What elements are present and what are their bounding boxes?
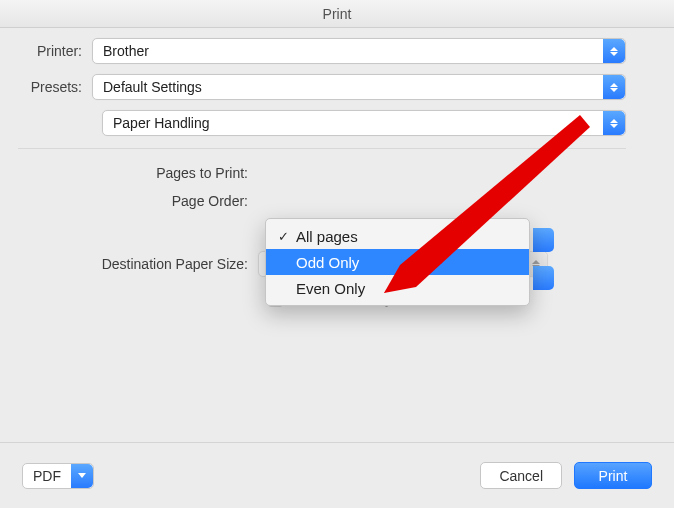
section-select[interactable]: Paper Handling: [102, 110, 626, 136]
window-title: Print: [0, 0, 674, 28]
cancel-button[interactable]: Cancel: [480, 462, 562, 489]
presets-select[interactable]: Default Settings: [92, 74, 626, 100]
menu-item-label: Even Only: [296, 280, 365, 297]
menu-item-all-pages[interactable]: ✓ All pages: [266, 223, 529, 249]
pdf-label: PDF: [33, 468, 61, 484]
select-cap-icon: [533, 228, 554, 252]
updown-icon: [603, 39, 625, 63]
section-value: Paper Handling: [113, 115, 210, 131]
divider: [18, 148, 626, 149]
checkmark-icon: ✓: [276, 229, 290, 244]
printer-label: Printer:: [18, 43, 92, 59]
presets-value: Default Settings: [103, 79, 202, 95]
button-bar: PDF Cancel Print: [0, 442, 674, 508]
menu-item-even-only[interactable]: Even Only: [266, 275, 529, 301]
printer-value: Brother: [103, 43, 149, 59]
updown-icon: [603, 111, 625, 135]
dest-paper-size-label: Destination Paper Size:: [58, 256, 258, 272]
updown-icon: [603, 75, 625, 99]
printer-select[interactable]: Brother: [92, 38, 626, 64]
pdf-menu-button[interactable]: PDF: [22, 463, 94, 489]
menu-item-odd-only[interactable]: Odd Only: [266, 249, 529, 275]
page-order-label: Page Order:: [58, 193, 258, 209]
chevron-down-icon: [71, 464, 93, 488]
menu-item-label: All pages: [296, 228, 358, 245]
select-cap-icon: [533, 266, 554, 290]
pages-to-print-label: Pages to Print:: [58, 165, 258, 181]
pages-to-print-menu: ✓ All pages Odd Only Even Only: [265, 218, 530, 306]
menu-item-label: Odd Only: [296, 254, 359, 271]
presets-label: Presets:: [18, 79, 92, 95]
print-button[interactable]: Print: [574, 462, 652, 489]
